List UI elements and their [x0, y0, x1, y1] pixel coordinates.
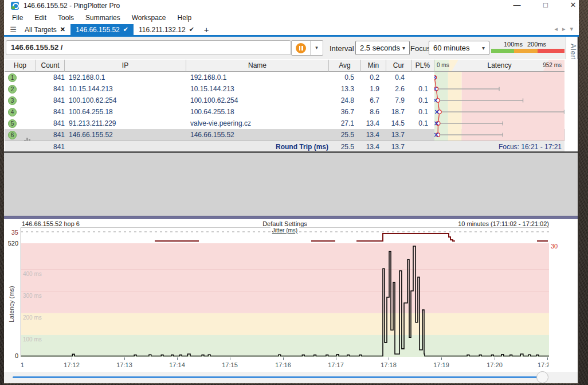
col-header-hop[interactable]: Hop — [5, 60, 36, 72]
x-tick-label: 17:19 — [429, 361, 454, 368]
footer-avg: 25.5 — [329, 141, 354, 153]
col-header-cur[interactable]: Cur — [386, 60, 411, 72]
timeline-range-label: 10 minutes (17:11:02 - 17:21:02) — [401, 220, 549, 227]
count-cell: 841 — [36, 106, 65, 118]
focus-range-label: Focus: 16:21 - 17:21 — [434, 141, 562, 153]
focus-select[interactable]: 60 minutes ▾ — [429, 41, 489, 55]
col-header-latency[interactable]: 0 ms Latency 952 ms — [434, 60, 565, 72]
latency-max-label: 952 ms — [543, 60, 562, 71]
latency-axis-title: Latency (ms) — [8, 270, 16, 339]
hop-badge: 2 — [8, 85, 17, 94]
menu-help[interactable]: Help — [172, 11, 198, 24]
close-button[interactable]: ✕ — [563, 0, 583, 10]
round-trip-row: 841 Round Trip (ms) 25.5 13.4 13.7 Focus… — [5, 141, 565, 153]
latency-min-label: 0 ms — [437, 60, 449, 71]
cur-cell: 7.9 — [386, 95, 405, 106]
axis-tick — [230, 357, 230, 360]
ip-cell: 146.66.155.52 — [69, 129, 113, 141]
count-cell: 841 — [36, 95, 65, 106]
avg-cell: 24.8 — [329, 95, 354, 106]
axis-tick — [124, 357, 125, 360]
cur-cell: 14.5 — [386, 118, 405, 129]
x-tick-label: 17:17 — [323, 361, 348, 368]
jitter-scale-label: 35 — [3, 229, 18, 236]
interval-label: Interval — [330, 44, 354, 53]
pl-cell: 0.1 — [411, 106, 428, 118]
minimize-button[interactable]: — — [507, 0, 527, 10]
menu-workspace[interactable]: Workspace — [126, 11, 172, 24]
name-cell: valve-vie.peering.cz — [190, 118, 251, 129]
check-icon: ✔ — [123, 26, 128, 33]
col-header-min[interactable]: Min — [361, 60, 386, 72]
col-header-ip[interactable]: IP — [65, 60, 186, 72]
ip-cell: 10.15.144.213 — [69, 83, 113, 95]
x-tick-label: 1 — [21, 361, 29, 368]
x-tick-label: 17:13 — [112, 361, 137, 368]
round-trip-label: Round Trip (ms) — [222, 141, 328, 153]
app-logo-icon — [11, 2, 19, 10]
col-header-count[interactable]: Count — [36, 60, 65, 72]
col-header-name[interactable]: Name — [186, 60, 329, 72]
latency-scale-label: 520 — [3, 240, 18, 247]
empty-hops-area — [4, 153, 578, 216]
zone-label-200: 200 ms — [23, 314, 42, 321]
close-tab-icon[interactable]: ✕ — [60, 26, 65, 33]
pl-cell: 0.1 — [411, 95, 428, 106]
menu-bar: File Edit Tools Summaries Workspace Help — [4, 11, 579, 24]
hop-badge: 6 — [8, 131, 17, 139]
legend-100ms-label: 100ms — [504, 41, 523, 48]
count-cell: 841 — [36, 129, 65, 141]
scrollbar-track[interactable] — [13, 376, 538, 378]
title-bar: 146.66.155.52 - PingPlotter Pro — □ ✕ — [4, 0, 579, 11]
min-cell: 6.7 — [361, 95, 379, 106]
menu-tools[interactable]: Tools — [52, 11, 80, 24]
pause-button[interactable] — [292, 41, 311, 55]
axis-tick — [177, 357, 178, 360]
pause-icon — [296, 43, 306, 53]
window-title: 146.66.155.52 - PingPlotter Pro — [23, 2, 120, 10]
tab-all-targets[interactable]: All Targets ✕ — [19, 24, 70, 35]
menu-summaries[interactable]: Summaries — [80, 11, 126, 24]
interval-select[interactable]: 2.5 seconds ▾ — [355, 41, 410, 55]
col-header-avg[interactable]: Avg — [329, 60, 361, 72]
pl-cell: 0.1 — [411, 83, 428, 95]
add-tab-button[interactable]: + — [199, 24, 214, 35]
legend-200ms-label: 200ms — [527, 41, 546, 48]
interval-value: 2.5 seconds — [360, 44, 400, 52]
count-cell: 841 — [36, 118, 65, 129]
tab-scroll-arrows[interactable]: ◂▸▾ — [554, 25, 578, 33]
footer-count: 841 — [36, 141, 65, 153]
count-cell: 841 — [36, 72, 65, 83]
x-tick-label: 17:12 — [59, 361, 84, 368]
zone-label-100: 100 ms — [23, 336, 42, 343]
col-header-pl[interactable]: PL% — [411, 60, 434, 72]
tab-116-211-132-12[interactable]: 116.211.132.12 ✔ — [134, 24, 199, 35]
legend-green-bar — [491, 49, 514, 53]
axis-tick — [389, 357, 389, 360]
zero-scale-label: 0 — [3, 352, 18, 359]
menu-file[interactable]: File — [6, 11, 29, 24]
footer-min: 13.4 — [361, 141, 379, 153]
name-cell: 146.66.155.52 — [190, 129, 234, 141]
x-tick-label: 17:20 — [482, 361, 507, 368]
target-address-input[interactable]: 146.66.155.52 / — [6, 40, 291, 55]
min-cell: 0.2 — [361, 72, 379, 83]
chevron-down-icon: ▾ — [402, 41, 405, 55]
pause-dropdown-button[interactable]: ▾ — [311, 41, 323, 55]
menu-edit[interactable]: Edit — [29, 11, 52, 24]
footer-cur: 13.7 — [386, 141, 405, 153]
tab-146-66-155-52[interactable]: 146.66.155.52 ✔ — [70, 24, 134, 35]
scrollbar-thumb[interactable] — [536, 371, 548, 383]
avg-cell: 25.5 — [329, 129, 354, 141]
x-tick-label: 17:14 — [164, 361, 190, 368]
maximize-button[interactable]: □ — [536, 0, 555, 10]
axis-tick — [547, 357, 548, 360]
desktop-right — [579, 0, 588, 385]
avg-cell: 0.5 — [329, 72, 354, 83]
menu-icon[interactable]: ☰ — [7, 24, 19, 35]
min-cell: 1.9 — [361, 83, 379, 95]
cur-cell: 13.7 — [386, 129, 405, 141]
name-cell: 192.168.0.1 — [190, 72, 226, 83]
hop-badge: 4 — [8, 108, 17, 116]
legend-orange-bar — [514, 49, 538, 53]
